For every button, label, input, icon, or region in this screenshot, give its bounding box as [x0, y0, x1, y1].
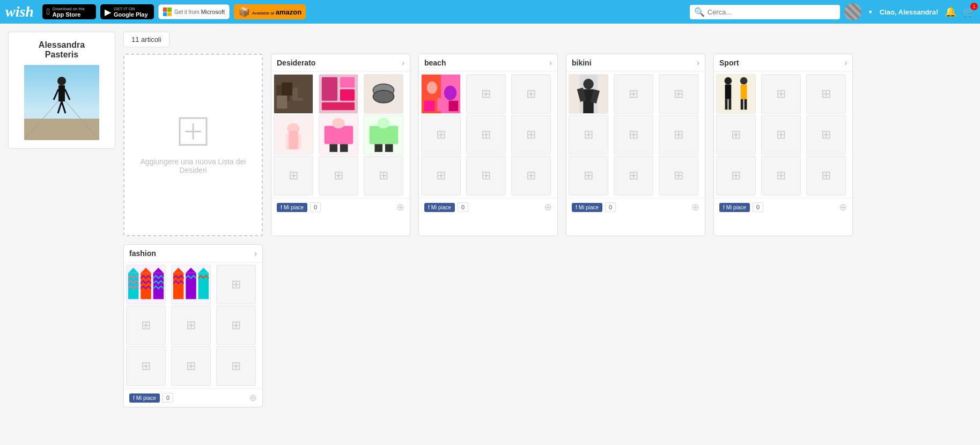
- desiderato-title: Desiderato: [277, 59, 315, 67]
- svg-point-46: [444, 85, 456, 100]
- sport-like-count: 0: [753, 202, 763, 212]
- fashion-placeholder-1: ⊞: [216, 265, 256, 304]
- notification-bell-icon[interactable]: 🔔: [945, 6, 956, 18]
- user-dropdown-icon[interactable]: ▼: [868, 9, 873, 15]
- svg-point-57: [725, 77, 732, 85]
- desiderato-fb-button[interactable]: f Mi piace: [277, 203, 307, 212]
- fashion-placeholder-5: ⊞: [126, 346, 166, 386]
- amazon-icon: 📦: [238, 6, 250, 18]
- sport-placeholder-5: ⊞: [806, 115, 846, 155]
- cart-container: 🛒 1: [963, 6, 975, 18]
- fashion-fb-like: f Mi piace 0: [129, 393, 173, 403]
- bikini-arrow[interactable]: ›: [697, 59, 699, 67]
- avatar[interactable]: [844, 3, 861, 20]
- greeting-text: Ciao, Alessandra!: [880, 8, 938, 16]
- googleplay-badge[interactable]: ▶ GET IT ON Google Play: [100, 4, 154, 19]
- sidebar: AlessandraPasteris: [8, 32, 115, 407]
- svg-rect-39: [370, 126, 399, 144]
- svg-rect-60: [728, 99, 731, 110]
- placeholder-icon: ⊞: [821, 128, 831, 142]
- cart-badge: 1: [970, 3, 978, 10]
- fashion-images: ⊞ ⊞ ⊞ ⊞ ⊞: [124, 262, 262, 388]
- sport-placeholder-1: ⊞: [761, 74, 801, 114]
- fb-icon: f: [723, 205, 725, 210]
- appstore-text: Download on the App Store: [53, 6, 85, 18]
- svg-rect-20: [322, 77, 337, 101]
- googleplay-icon: ▶: [105, 7, 111, 17]
- svg-rect-17: [298, 85, 308, 98]
- placeholder-icon: ⊞: [629, 87, 638, 101]
- lists-grid: Aggiungere una nuova Lista dei Desideri …: [123, 54, 972, 236]
- fashion-add-btn[interactable]: ⊕: [249, 392, 257, 404]
- svg-rect-62: [741, 84, 747, 99]
- bikini-fb-like: f Mi piace 0: [572, 202, 616, 212]
- wish-list-sport: Sport ›: [713, 54, 853, 236]
- desiderato-placeholder-3: ⊞: [364, 156, 403, 195]
- beach-add-btn[interactable]: ⊕: [544, 201, 552, 213]
- svg-rect-59: [725, 99, 728, 110]
- fashion-arrow[interactable]: ›: [254, 249, 257, 258]
- placeholder-icon: ⊞: [231, 318, 241, 332]
- svg-rect-1: [24, 119, 99, 140]
- amazon-badge[interactable]: 📦 Available at amazon: [234, 4, 306, 19]
- fb-icon: f: [576, 205, 577, 210]
- sport-placeholder-2: ⊞: [806, 74, 846, 114]
- microsoft-badge[interactable]: Get it from Microsoft: [158, 4, 230, 19]
- bikini-title: bikini: [572, 59, 592, 67]
- beach-placeholder-7: ⊞: [466, 156, 506, 195]
- sport-arrow[interactable]: ›: [844, 59, 847, 67]
- desiderato-img-3: [364, 74, 403, 114]
- beach-footer: f Mi piace 0 ⊕: [419, 198, 557, 216]
- desiderato-fb-like: f Mi piace 0: [277, 202, 321, 212]
- wish-logo[interactable]: wish: [5, 3, 34, 20]
- bikini-placeholder-1: ⊞: [614, 74, 653, 114]
- beach-placeholder-1: ⊞: [466, 74, 506, 114]
- profile-card: AlessandraPasteris: [8, 32, 115, 149]
- desiderato-img-1: [274, 74, 313, 114]
- placeholder-icon: ⊞: [481, 128, 491, 142]
- placeholder-icon: ⊞: [379, 169, 388, 183]
- beach-placeholder-3: ⊞: [421, 115, 461, 155]
- placeholder-icon: ⊞: [629, 169, 638, 183]
- beach-img-1: [421, 74, 461, 114]
- placeholder-icon: ⊞: [481, 87, 491, 101]
- beach-fb-button[interactable]: f Mi piace: [424, 203, 455, 212]
- desiderato-header: Desiderato ›: [271, 54, 410, 72]
- beach-images: ⊞ ⊞ ⊞ ⊞ ⊞: [419, 72, 557, 198]
- desiderato-img-6: [364, 115, 403, 155]
- desiderato-arrow[interactable]: ›: [402, 59, 404, 67]
- sport-header: Sport ›: [714, 54, 852, 72]
- placeholder-icon: ⊞: [526, 169, 536, 183]
- appstore-badge[interactable]:  Download on the App Store: [42, 4, 96, 19]
- placeholder-icon: ⊞: [776, 128, 786, 142]
- placeholder-icon: ⊞: [674, 87, 683, 101]
- placeholder-icon: ⊞: [186, 318, 196, 332]
- desiderato-add-btn[interactable]: ⊕: [396, 201, 404, 213]
- bikini-like-count: 0: [605, 202, 616, 212]
- placeholder-icon: ⊞: [436, 128, 446, 142]
- search-input[interactable]: [708, 8, 836, 16]
- beach-arrow[interactable]: ›: [549, 59, 552, 67]
- wish-list-desiderato: Desiderato ›: [271, 54, 410, 236]
- sport-add-btn[interactable]: ⊕: [839, 201, 847, 213]
- amazon-text: Available at amazon: [252, 8, 301, 16]
- sport-placeholder-8: ⊞: [806, 156, 846, 195]
- placeholder-icon: ⊞: [629, 128, 638, 142]
- beach-placeholder-5: ⊞: [511, 115, 551, 155]
- svg-rect-63: [741, 99, 743, 110]
- bikini-fb-button[interactable]: f Mi piace: [572, 203, 602, 212]
- fashion-fb-button[interactable]: f Mi piace: [129, 393, 160, 403]
- desiderato-img-5: [319, 115, 358, 155]
- svg-rect-32: [289, 131, 298, 149]
- svg-rect-18: [277, 96, 287, 108]
- svg-rect-58: [725, 84, 732, 99]
- add-list-icon: [177, 115, 209, 152]
- bikini-add-btn[interactable]: ⊕: [691, 201, 699, 213]
- add-list-card[interactable]: Aggiungere una nuova Lista dei Desideri: [123, 54, 263, 236]
- bikini-placeholder-2: ⊞: [659, 74, 698, 114]
- sport-fb-button[interactable]: f Mi piace: [719, 203, 750, 212]
- fb-icon: f: [133, 395, 135, 401]
- placeholder-icon: ⊞: [334, 169, 343, 183]
- svg-rect-64: [745, 99, 747, 110]
- desiderato-img-4: [274, 115, 313, 155]
